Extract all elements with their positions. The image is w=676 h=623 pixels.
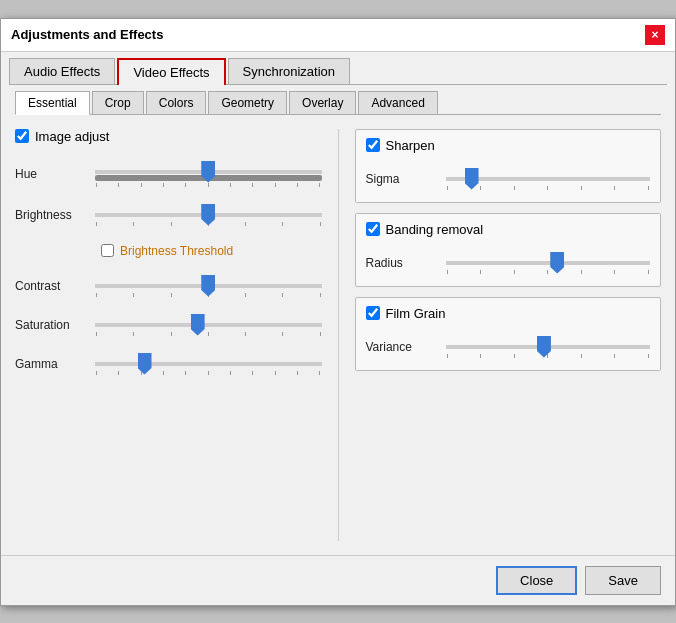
gamma-slider-wrapper: [95, 354, 322, 375]
variance-label: Variance: [366, 340, 438, 354]
panel-divider: [338, 129, 339, 541]
image-adjust-label: Image adjust: [35, 129, 109, 144]
tab-overlay[interactable]: Overlay: [289, 91, 356, 114]
tab-audio-effects[interactable]: Audio Effects: [9, 58, 115, 84]
variance-row: Variance: [366, 333, 651, 362]
tab-geometry[interactable]: Geometry: [208, 91, 287, 114]
banding-checkbox[interactable]: [366, 222, 380, 236]
contrast-label: Contrast: [15, 279, 87, 293]
tab-synchronization[interactable]: Synchronization: [228, 58, 351, 84]
contrast-slider-wrapper: [95, 276, 322, 297]
contrast-row: Contrast: [15, 272, 322, 301]
hue-row: Hue: [15, 158, 322, 191]
sigma-slider-wrapper: [446, 169, 651, 190]
sigma-slider[interactable]: [446, 177, 651, 181]
radius-label: Radius: [366, 256, 438, 270]
banding-section: Banding removal: [366, 222, 651, 237]
variance-slider-wrapper: [446, 337, 651, 358]
left-panel: Image adjust Hue Brightnes: [15, 129, 322, 541]
banding-group: Banding removal Radius: [355, 213, 662, 287]
close-icon[interactable]: ×: [645, 25, 665, 45]
sub-tabs: Essential Crop Colors Geometry Overlay A…: [1, 85, 675, 114]
hue-slider[interactable]: [95, 170, 322, 174]
main-tabs: Audio Effects Video Effects Synchronizat…: [1, 52, 675, 84]
contrast-slider[interactable]: [95, 284, 322, 288]
dialog: Adjustments and Effects × Audio Effects …: [0, 18, 676, 606]
variance-slider[interactable]: [446, 345, 651, 349]
save-button[interactable]: Save: [585, 566, 661, 595]
saturation-slider-wrapper: [95, 315, 322, 336]
sharpen-label: Sharpen: [386, 138, 435, 153]
hue-label: Hue: [15, 167, 87, 181]
title-bar: Adjustments and Effects ×: [1, 19, 675, 52]
saturation-row: Saturation: [15, 311, 322, 340]
brightness-threshold-label: Brightness Threshold: [120, 244, 233, 258]
brightness-row: Brightness: [15, 201, 322, 230]
radius-slider[interactable]: [446, 261, 651, 265]
tab-advanced[interactable]: Advanced: [358, 91, 437, 114]
brightness-slider-wrapper: [95, 205, 322, 226]
banding-label: Banding removal: [386, 222, 484, 237]
gamma-label: Gamma: [15, 357, 87, 371]
brightness-label: Brightness: [15, 208, 87, 222]
film-grain-group: Film Grain Variance: [355, 297, 662, 371]
hue-slider-wrapper: [95, 162, 322, 187]
gamma-row: Gamma: [15, 350, 322, 379]
tab-essential[interactable]: Essential: [15, 91, 90, 115]
brightness-threshold-row: Brightness Threshold: [15, 240, 322, 262]
saturation-label: Saturation: [15, 318, 87, 332]
radius-row: Radius: [366, 249, 651, 278]
brightness-slider[interactable]: [95, 213, 322, 217]
footer: Close Save: [1, 555, 675, 605]
tab-video-effects[interactable]: Video Effects: [117, 58, 225, 85]
image-adjust-section: Image adjust: [15, 129, 322, 144]
close-button[interactable]: Close: [496, 566, 577, 595]
saturation-slider[interactable]: [95, 323, 322, 327]
image-adjust-checkbox[interactable]: [15, 129, 29, 143]
sharpen-group: Sharpen Sigma: [355, 129, 662, 203]
sigma-row: Sigma: [366, 165, 651, 194]
sigma-label: Sigma: [366, 172, 438, 186]
sharpen-section: Sharpen: [366, 138, 651, 153]
film-grain-section: Film Grain: [366, 306, 651, 321]
radius-slider-wrapper: [446, 253, 651, 274]
dialog-title: Adjustments and Effects: [11, 27, 163, 42]
content-area: Image adjust Hue Brightnes: [1, 115, 675, 555]
film-grain-label: Film Grain: [386, 306, 446, 321]
gamma-slider[interactable]: [95, 362, 322, 366]
sharpen-checkbox[interactable]: [366, 138, 380, 152]
tab-colors[interactable]: Colors: [146, 91, 207, 114]
brightness-threshold-checkbox[interactable]: [101, 244, 114, 257]
film-grain-checkbox[interactable]: [366, 306, 380, 320]
tab-crop[interactable]: Crop: [92, 91, 144, 114]
right-panel: Sharpen Sigma: [355, 129, 662, 541]
